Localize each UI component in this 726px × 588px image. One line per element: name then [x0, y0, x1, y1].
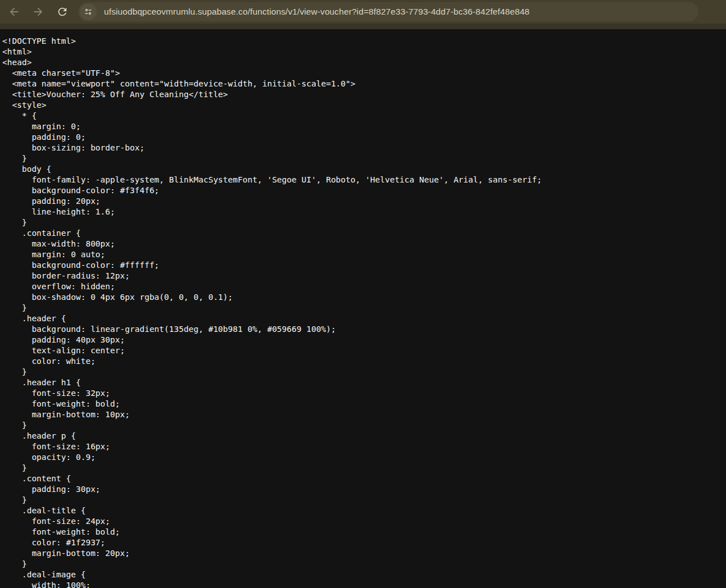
forward-arrow-icon — [32, 6, 44, 18]
site-info-button[interactable] — [80, 3, 97, 20]
reload-button[interactable] — [53, 2, 72, 21]
back-button[interactable] — [4, 2, 24, 21]
forward-button[interactable] — [29, 2, 48, 21]
page-content: <!DOCTYPE html> <html> <head> <meta char… — [0, 29, 726, 588]
browser-window: ufsiuodbqpceovmrumlu.supabase.co/functio… — [0, 0, 726, 588]
source-code-text: <!DOCTYPE html> <html> <head> <meta char… — [0, 29, 726, 588]
toolbar-bottom-strip — [0, 24, 726, 29]
site-info-icon — [84, 7, 93, 16]
reload-icon — [56, 6, 69, 18]
back-arrow-icon — [8, 6, 20, 18]
browser-toolbar: ufsiuodbqpceovmrumlu.supabase.co/functio… — [0, 0, 726, 24]
url-text: ufsiuodbqpceovmrumlu.supabase.co/functio… — [104, 7, 529, 17]
address-bar[interactable]: ufsiuodbqpceovmrumlu.supabase.co/functio… — [78, 2, 698, 21]
